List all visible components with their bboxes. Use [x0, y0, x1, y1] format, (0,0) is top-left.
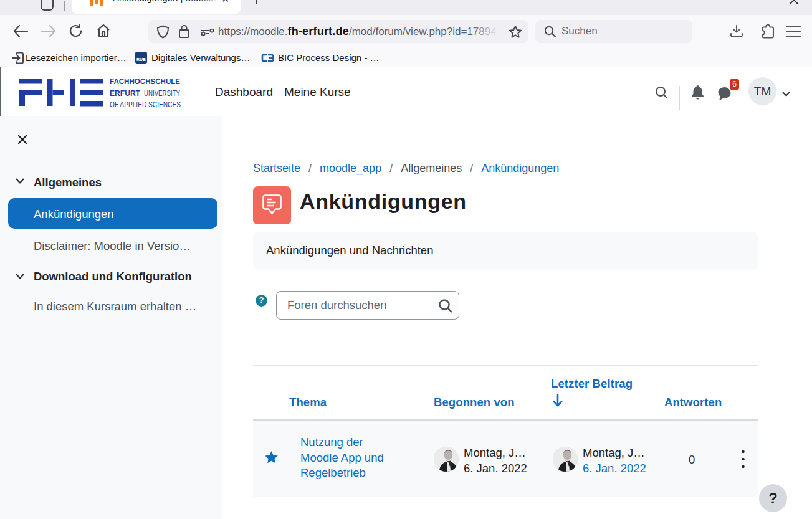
- svg-text:FACHHOCHSCHULE: FACHHOCHSCHULE: [110, 79, 180, 86]
- svg-text:UNIVERSITY: UNIVERSITY: [144, 88, 180, 98]
- svg-text:OF APPLIED SCIENCES: OF APPLIED SCIENCES: [110, 100, 181, 109]
- svg-text:ERFURT: ERFURT: [110, 88, 140, 98]
